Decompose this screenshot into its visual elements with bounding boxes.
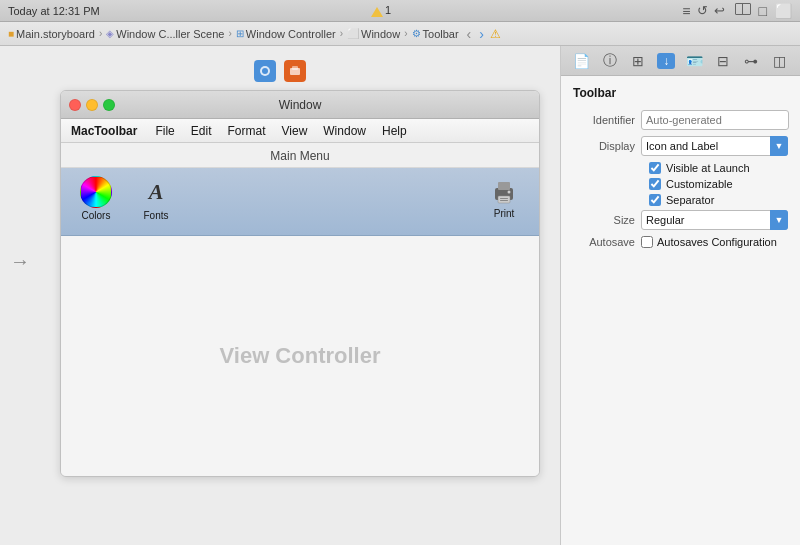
autosave-text: Autosaves Configuration bbox=[657, 236, 777, 248]
menu-view[interactable]: View bbox=[274, 124, 316, 138]
layout-single-icon[interactable]: □ bbox=[759, 3, 767, 19]
toolbar-item-fonts[interactable]: A Fonts bbox=[131, 176, 181, 221]
svg-rect-8 bbox=[500, 200, 508, 201]
rp-bindings-icon[interactable]: ◫ bbox=[771, 53, 789, 69]
breadcrumb-sep-4: › bbox=[404, 28, 407, 39]
breadcrumb-toolbar[interactable]: ⚙ Toolbar bbox=[412, 28, 459, 40]
warning-icon: ⚠ bbox=[490, 27, 501, 41]
xcode-icon-1[interactable] bbox=[254, 60, 276, 82]
right-panel-toolbar: 📄 ⓘ ⊞ ↓ 🪪 ⊟ ⊶ ◫ bbox=[561, 46, 800, 76]
size-row: Size Regular Small ▼ bbox=[573, 210, 788, 230]
breadcrumb-sep-3: › bbox=[340, 28, 343, 39]
xcode-toolbar-row bbox=[10, 56, 550, 86]
menu-help[interactable]: Help bbox=[374, 124, 415, 138]
autosave-checkbox[interactable] bbox=[641, 236, 653, 248]
toolbar-item-print-label: Print bbox=[494, 208, 515, 219]
menu-app-name[interactable]: MacToolbar bbox=[61, 124, 147, 138]
storyboard-canvas: → Window MacToolbar File Edit bbox=[10, 90, 550, 477]
breadcrumb-scene[interactable]: ◈ Window C...ller Scene bbox=[106, 28, 224, 40]
visible-at-launch-label: Visible at Launch bbox=[666, 162, 750, 174]
top-bar-icons: ≡ ↺ ↩ □ ⬜ bbox=[682, 3, 792, 19]
rp-info-icon[interactable]: ⓘ bbox=[601, 53, 619, 69]
main-layout: → Window MacToolbar File Edit bbox=[0, 46, 800, 545]
controller-icon: ⊞ bbox=[236, 28, 244, 39]
identifier-input[interactable] bbox=[641, 110, 789, 130]
autosave-row: Autosave Autosaves Configuration bbox=[573, 236, 788, 248]
rp-connections-icon[interactable]: ⊶ bbox=[742, 53, 760, 69]
inspector-section: Toolbar Identifier Display Icon and Labe… bbox=[561, 76, 800, 258]
svg-rect-3 bbox=[292, 66, 298, 70]
customizable-label: Customizable bbox=[666, 178, 733, 190]
window-title: Window bbox=[279, 98, 322, 112]
toolbar-item-colors[interactable]: Colors bbox=[71, 176, 121, 221]
close-button[interactable] bbox=[69, 99, 81, 111]
fullscreen-button[interactable] bbox=[103, 99, 115, 111]
toolbar-area: Colors A Fonts bbox=[61, 168, 539, 236]
minimize-button[interactable] bbox=[86, 99, 98, 111]
menu-file[interactable]: File bbox=[147, 124, 182, 138]
breadcrumb-storyboard[interactable]: ■ Main.storyboard bbox=[8, 28, 95, 40]
storyboard-icon: ■ bbox=[8, 28, 14, 39]
autosave-label: Autosave bbox=[573, 236, 641, 248]
display-select[interactable]: Icon and Label Icon Only Label Only bbox=[641, 136, 788, 156]
breadcrumb-next-button[interactable]: › bbox=[477, 27, 486, 41]
breadcrumb-window[interactable]: ⬜ Window bbox=[347, 28, 400, 40]
breadcrumb-controller[interactable]: ⊞ Window Controller bbox=[236, 28, 336, 40]
size-label: Size bbox=[573, 214, 641, 226]
inspector-title: Toolbar bbox=[573, 86, 788, 100]
rp-identity-icon[interactable]: 🪪 bbox=[686, 53, 704, 69]
window-icon: ⬜ bbox=[347, 28, 359, 39]
rp-file-icon[interactable]: 📄 bbox=[572, 53, 590, 69]
refresh-icon[interactable]: ↺ bbox=[697, 3, 708, 19]
layout-split-icon[interactable] bbox=[735, 3, 751, 15]
window-title-bar: Window bbox=[61, 91, 539, 119]
top-bar: Today at 12:31 PM 1 ≡ ↺ ↩ □ ⬜ bbox=[0, 0, 800, 22]
separator-row: Separator bbox=[573, 194, 788, 206]
visible-at-launch-checkbox[interactable] bbox=[649, 162, 661, 174]
canvas-arrow: → bbox=[10, 250, 30, 273]
customizable-row: Customizable bbox=[573, 178, 788, 190]
rp-active-icon[interactable]: ↓ bbox=[657, 53, 675, 69]
svg-rect-5 bbox=[498, 182, 510, 190]
breadcrumb-sep-2: › bbox=[228, 28, 231, 39]
xcode-toolbar-icons bbox=[254, 60, 306, 82]
visible-at-launch-row: Visible at Launch bbox=[573, 162, 788, 174]
menu-format[interactable]: Format bbox=[219, 124, 273, 138]
layout-full-icon[interactable]: ⬜ bbox=[775, 3, 792, 19]
rp-size-icon[interactable]: ⊟ bbox=[714, 53, 732, 69]
color-wheel-icon bbox=[80, 176, 112, 208]
display-select-arrow: ▼ bbox=[770, 136, 788, 156]
breadcrumb-sep-1: › bbox=[99, 28, 102, 39]
view-controller-label: View Controller bbox=[220, 343, 381, 369]
customizable-checkbox[interactable] bbox=[649, 178, 661, 190]
xcode-icon-2[interactable] bbox=[284, 60, 306, 82]
display-label: Display bbox=[573, 140, 641, 152]
toolbar-item-print[interactable]: Print bbox=[479, 178, 529, 219]
menu-window[interactable]: Window bbox=[315, 124, 374, 138]
hamburger-icon[interactable]: ≡ bbox=[682, 3, 690, 19]
toolbar-icon: ⚙ bbox=[412, 28, 421, 39]
menu-edit[interactable]: Edit bbox=[183, 124, 220, 138]
size-select-arrow: ▼ bbox=[770, 210, 788, 230]
separator-label: Separator bbox=[666, 194, 714, 206]
back-icon[interactable]: ↩ bbox=[714, 3, 725, 19]
identifier-label: Identifier bbox=[573, 114, 641, 126]
size-select[interactable]: Regular Small bbox=[641, 210, 788, 230]
traffic-lights bbox=[69, 99, 115, 111]
print-icon bbox=[490, 178, 518, 206]
svg-point-9 bbox=[508, 191, 511, 194]
view-controller-area: View Controller bbox=[61, 236, 539, 476]
rp-quick-icon[interactable]: ⊞ bbox=[629, 53, 647, 69]
toolbar-item-colors-label: Colors bbox=[82, 210, 111, 221]
window-mockup: Window MacToolbar File Edit Format View … bbox=[60, 90, 540, 477]
canvas-area: → Window MacToolbar File Edit bbox=[0, 46, 560, 545]
separator-checkbox[interactable] bbox=[649, 194, 661, 206]
breadcrumb-prev-button[interactable]: ‹ bbox=[465, 27, 474, 41]
breadcrumb-navigation: ‹ › ⚠ bbox=[465, 27, 501, 41]
right-panel: 📄 ⓘ ⊞ ↓ 🪪 ⊟ ⊶ ◫ Toolbar Identifier Displ… bbox=[560, 46, 800, 545]
breadcrumb: ■ Main.storyboard › ◈ Window C...ller Sc… bbox=[0, 22, 800, 46]
toolbar-item-fonts-label: Fonts bbox=[143, 210, 168, 221]
window-menubar: MacToolbar File Edit Format View Window … bbox=[61, 119, 539, 143]
identifier-row: Identifier bbox=[573, 110, 788, 130]
toolbar-items: Colors A Fonts bbox=[71, 176, 529, 221]
